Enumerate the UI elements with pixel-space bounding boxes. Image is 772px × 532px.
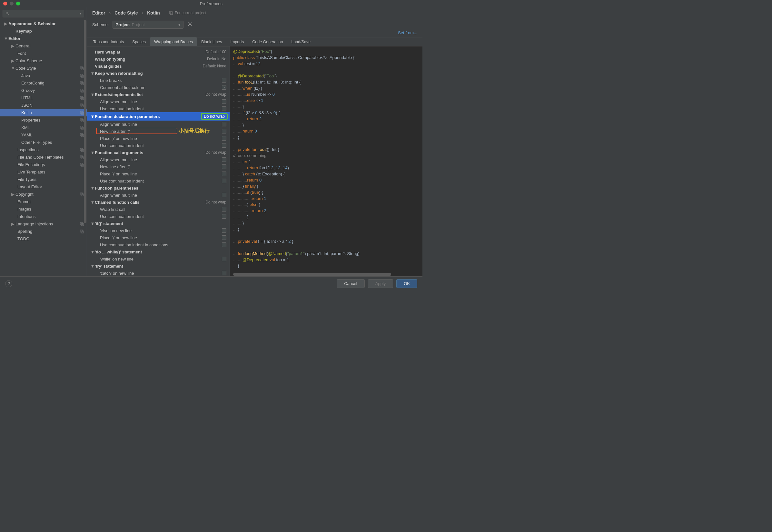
option--do-while-statement[interactable]: ▼'do ... while()' statement — [87, 248, 230, 255]
checkbox[interactable] — [222, 106, 226, 111]
sidebar-item-file-encodings[interactable]: File Encodings — [0, 161, 87, 168]
options-panel[interactable]: Hard wrap atDefault: 100Wrap on typingDe… — [87, 46, 230, 276]
option--else-on-new-line[interactable]: 'else' on new line — [87, 227, 230, 234]
search-input[interactable]: ▾ — [3, 10, 84, 17]
sidebar-item-file-types[interactable]: File Types — [0, 176, 87, 183]
sidebar-item-language-injections[interactable]: ▶Language Injections — [0, 220, 87, 228]
sidebar-item-editorconfig[interactable]: EditorConfig — [0, 79, 87, 87]
checkbox[interactable] — [222, 122, 226, 126]
sidebar-item-other-file-types[interactable]: Other File Types — [0, 139, 87, 146]
sidebar-item-general[interactable]: ▶General — [0, 42, 87, 50]
option-chained-function-calls[interactable]: ▼Chained function callsDo not wrap — [87, 199, 230, 206]
sidebar-item-editor[interactable]: ▼Editor — [0, 35, 87, 42]
maximize-window-button[interactable] — [16, 2, 20, 5]
sidebar-item-html[interactable]: HTML — [0, 94, 87, 102]
sidebar-item-code-style[interactable]: ▼Code Style — [0, 64, 87, 72]
checkbox[interactable] — [222, 242, 226, 247]
settings-tree[interactable]: ▶Appearance & BehaviorKeymap▼Editor▶Gene… — [0, 20, 87, 276]
option-place-on-new-line[interactable]: Place ')' on new line — [87, 135, 230, 142]
sidebar-item-live-templates[interactable]: Live Templates — [0, 168, 87, 176]
option--try-statement[interactable]: ▼'try' statement — [87, 262, 230, 270]
checkbox[interactable] — [222, 235, 226, 240]
checkbox[interactable] — [222, 179, 226, 183]
option-place-on-new-line[interactable]: Place ')' on new line — [87, 170, 230, 177]
option-use-continuation-indent[interactable]: Use continuation indent — [87, 177, 230, 184]
ok-button[interactable]: OK — [396, 279, 417, 288]
sidebar-item-properties[interactable]: Properties — [0, 116, 87, 124]
sidebar-item-keymap[interactable]: Keymap — [0, 27, 87, 35]
option-wrap-on-typing[interactable]: Wrap on typingDefault: No — [87, 55, 230, 63]
tab-imports[interactable]: Imports — [226, 37, 248, 46]
option-line-breaks[interactable]: Line breaks — [87, 77, 230, 84]
tab-tabs-and-indents[interactable]: Tabs and Indents — [89, 37, 128, 46]
option-align-when-multiline[interactable]: Align when multiline — [87, 98, 230, 105]
option-hard-wrap-at[interactable]: Hard wrap atDefault: 100 — [87, 48, 230, 55]
minimize-window-button[interactable] — [10, 2, 14, 5]
option-place-on-new-line[interactable]: Place ')' on new line — [87, 234, 230, 241]
sidebar-item-images[interactable]: Images — [0, 205, 87, 213]
checkbox[interactable] — [222, 271, 226, 275]
option-use-continuation-indent[interactable]: Use continuation indent — [87, 213, 230, 220]
option-extends-implements-list[interactable]: ▼Extends/implements listDo not wrap — [87, 91, 230, 98]
checkbox[interactable] — [222, 257, 226, 261]
sidebar-item-appearance-behavior[interactable]: ▶Appearance & Behavior — [0, 20, 87, 27]
search-field[interactable] — [11, 11, 78, 16]
sidebar-scrollbar[interactable] — [84, 20, 86, 223]
help-button[interactable]: ? — [5, 280, 12, 287]
option-use-continuation-indent[interactable]: Use continuation indent — [87, 142, 230, 149]
tab-wrapping-and-braces[interactable]: Wrapping and Braces — [150, 37, 197, 46]
sidebar-item-layout-editor[interactable]: Layout Editor — [0, 183, 87, 191]
option-use-continuation-indent[interactable]: Use continuation indent — [87, 105, 230, 112]
checkbox[interactable] — [222, 85, 226, 90]
checkbox[interactable] — [222, 129, 226, 133]
option-new-line-after-[interactable]: New line after '(' — [87, 128, 230, 135]
sidebar-item-yaml[interactable]: YAML — [0, 131, 87, 139]
sidebar-item-todo[interactable]: TODO — [0, 235, 87, 242]
apply-button[interactable]: Apply — [368, 279, 393, 288]
sidebar-item-java[interactable]: Java — [0, 72, 87, 79]
checkbox[interactable] — [222, 157, 226, 162]
option-keep-when-reformatting[interactable]: ▼Keep when reformatting — [87, 70, 230, 77]
checkbox[interactable] — [222, 143, 226, 148]
tab-spaces[interactable]: Spaces — [128, 37, 150, 46]
code-hscrollbar[interactable] — [233, 273, 391, 276]
sidebar-item-file-and-code-templates[interactable]: File and Code Templates — [0, 153, 87, 161]
checkbox[interactable] — [222, 193, 226, 197]
sidebar-item-font[interactable]: Font — [0, 50, 87, 57]
checkbox[interactable] — [222, 172, 226, 176]
option-use-continuation-indent-in-conditions[interactable]: Use continuation indent in conditions — [87, 241, 230, 248]
sidebar-item-kotlin[interactable]: Kotlin — [0, 109, 87, 116]
checkbox[interactable] — [222, 164, 226, 169]
sidebar-item-intentions[interactable]: Intentions — [0, 213, 87, 220]
sidebar-item-emmet[interactable]: Emmet — [0, 198, 87, 205]
cancel-button[interactable]: Cancel — [337, 279, 364, 288]
option-comment-at-first-column[interactable]: Comment at first column — [87, 84, 230, 91]
scheme-gear-button[interactable] — [187, 22, 193, 28]
option-visual-guides[interactable]: Visual guidesDefault: None — [87, 63, 230, 70]
option-new-line-after-[interactable]: New line after '(' — [87, 163, 230, 170]
sidebar-item-copyright[interactable]: ▶Copyright — [0, 191, 87, 198]
option--if-statement[interactable]: ▼'if()' statement — [87, 220, 230, 227]
checkbox[interactable] — [222, 228, 226, 233]
checkbox[interactable] — [222, 136, 226, 141]
option-function-parentheses[interactable]: ▼Function parentheses — [87, 184, 230, 192]
checkbox[interactable] — [222, 99, 226, 104]
sidebar-item-groovy[interactable]: Groovy — [0, 87, 87, 94]
option-wrap-first-call[interactable]: Wrap first call — [87, 206, 230, 213]
option-function-declaration-parameters[interactable]: ▼Function declaration parametersDo not w… — [87, 112, 230, 121]
option-align-when-multiline[interactable]: Align when multiline — [87, 121, 230, 128]
checkbox[interactable] — [222, 214, 226, 219]
tab-blank-lines[interactable]: Blank Lines — [197, 37, 226, 46]
option--while-on-new-line[interactable]: 'while' on new line — [87, 255, 230, 262]
checkbox[interactable] — [222, 78, 226, 83]
scheme-dropdown[interactable]: Project Project ▾ — [113, 21, 183, 29]
sidebar-item-spelling[interactable]: Spelling — [0, 228, 87, 235]
sidebar-item-xml[interactable]: XML — [0, 124, 87, 131]
sidebar-item-json[interactable]: JSON — [0, 102, 87, 109]
option-function-call-arguments[interactable]: ▼Function call argumentsDo not wrap — [87, 149, 230, 156]
checkbox[interactable] — [222, 207, 226, 212]
dropdown-icon[interactable]: ▾ — [80, 12, 81, 15]
option-align-when-multiline[interactable]: Align when multiline — [87, 192, 230, 199]
sidebar-item-inspections[interactable]: Inspections — [0, 146, 87, 153]
option--catch-on-new-line[interactable]: 'catch' on new line — [87, 270, 230, 276]
